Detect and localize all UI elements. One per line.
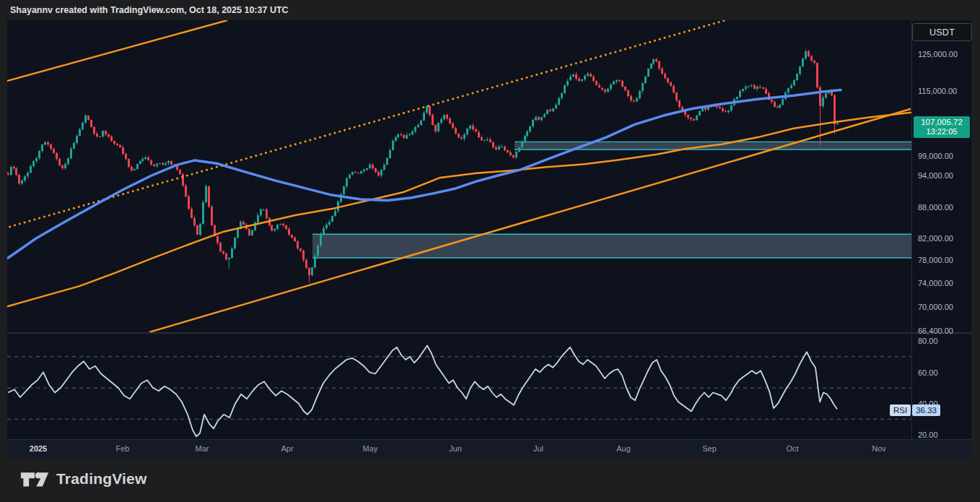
tradingview-watermark[interactable]: TradingView <box>20 469 147 488</box>
brand-name: TradingView <box>56 470 147 488</box>
price-tick-label: 66,400.00 <box>918 326 953 335</box>
time-axis-label[interactable]: Oct <box>786 444 798 453</box>
rsi-value-badge: 36.33 <box>912 404 940 416</box>
supply-demand-zone[interactable] <box>312 234 911 258</box>
price-tick-label: 88,000.00 <box>918 203 953 212</box>
time-axis-label[interactable]: Nov <box>872 444 886 453</box>
price-tick-label: 94,000.00 <box>918 171 953 180</box>
time-axis-label[interactable]: Apr <box>281 444 293 453</box>
quote-currency-button[interactable]: USDT <box>912 23 972 41</box>
bar-countdown: 13:22:05 <box>927 127 958 137</box>
rsi-tick-label: 20.00 <box>918 430 938 439</box>
attribution-bar: Shayannv created with TradingView.com, O… <box>0 0 980 20</box>
attribution-text: Shayannv created with TradingView.com, O… <box>10 5 289 15</box>
last-price-tag: 107,005.72 13:22:05 <box>914 116 970 138</box>
rsi-tick-label: 80.00 <box>918 337 938 345</box>
price-tick-label: 125,000.00 <box>918 50 958 59</box>
time-axis-label[interactable]: Feb <box>116 444 130 453</box>
time-axis-label[interactable]: Aug <box>616 444 631 453</box>
tradingview-snapshot: Shayannv created with TradingView.com, O… <box>0 0 980 502</box>
rsi-name-badge[interactable]: RSI <box>890 404 911 416</box>
quote-currency-label: USDT <box>929 27 955 38</box>
price-axis[interactable]: 125,000.00115,000.0099,000.0094,000.0088… <box>912 20 971 439</box>
time-axis-label[interactable]: Sep <box>702 444 717 453</box>
price-tick-label: 82,000.00 <box>918 234 953 243</box>
last-price-value: 107,005.72 <box>921 118 963 127</box>
time-axis-label[interactable]: Jun <box>449 444 462 453</box>
time-axis[interactable]: 2025FebMarAprMayJunJulAugSepOctNov <box>7 439 971 459</box>
time-axis-label[interactable]: Jul <box>533 444 543 453</box>
time-axis-label[interactable]: 2025 <box>30 444 47 453</box>
time-axis-label[interactable]: May <box>363 444 378 453</box>
price-pane-canvas[interactable] <box>7 20 911 332</box>
price-tick-label: 115,000.00 <box>918 87 957 95</box>
rsi-legend: RSI 36.33 <box>890 404 940 416</box>
tradingview-logo-icon <box>20 469 49 488</box>
channel-trendline[interactable] <box>7 20 227 83</box>
price-tick-label: 74,000.00 <box>918 279 953 287</box>
rsi-tick-label: 60.00 <box>918 368 938 377</box>
price-tick-label: 78,000.00 <box>918 256 953 264</box>
price-tick-label: 99,000.00 <box>918 152 953 160</box>
rsi-pane-canvas[interactable] <box>7 334 911 439</box>
rsi-line[interactable] <box>8 346 837 437</box>
price-tick-label: 70,000.00 <box>918 303 953 311</box>
time-axis-label[interactable]: Mar <box>196 444 209 453</box>
